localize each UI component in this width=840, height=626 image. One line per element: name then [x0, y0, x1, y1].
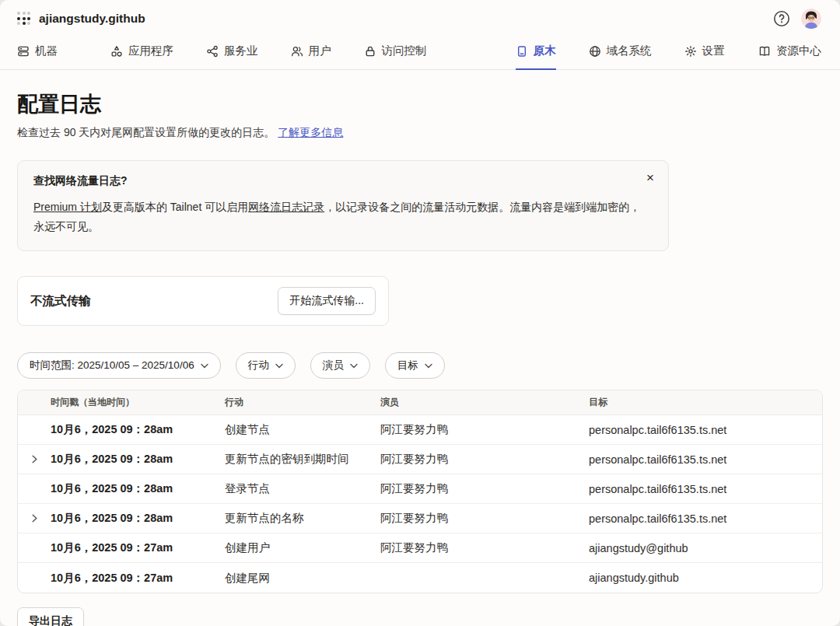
column-header-action: 行动	[225, 396, 380, 409]
cell-action: 创建尾网	[225, 571, 380, 586]
cell-target: ajiangstudy@github	[589, 542, 822, 554]
cell-timestamp: 10月6，2025 09：27am	[51, 571, 225, 586]
cell-target: personalpc.tail6f6135.ts.net	[589, 483, 822, 495]
cell-target: ajiangstudy.github	[589, 572, 822, 584]
page-description: 检查过去 90 天内对尾网配置设置所做的更改的日志。 了解更多信息	[17, 126, 823, 140]
main-content: 配置日志 检查过去 90 天内对尾网配置设置所做的更改的日志。 了解更多信息 查…	[0, 70, 840, 626]
topbar-actions	[773, 9, 821, 29]
globe-icon	[589, 45, 601, 58]
logs-icon	[516, 45, 528, 58]
banner-body: Premium 计划及更高版本的 Tailnet 可以启用网络流日志记录，以记录…	[33, 198, 645, 236]
nav-label: 用户	[309, 44, 331, 58]
cell-action: 创建节点	[225, 422, 380, 437]
network-flow-logs-banner: 查找网络流量日志? × Premium 计划及更高版本的 Tailnet 可以启…	[17, 160, 669, 251]
start-streaming-button[interactable]: 开始流式传输...	[278, 287, 376, 315]
actor-filter-label: 演员	[323, 358, 344, 372]
cell-action: 创建用户	[225, 540, 380, 555]
banner-title: 查找网络流量日志?	[33, 174, 653, 188]
cell-timestamp: 10月6，2025 09：28am	[51, 452, 225, 467]
nav-label: 访问控制	[382, 44, 427, 58]
nav-label: 服务业	[224, 44, 258, 58]
nav-label: 域名系统	[607, 44, 652, 58]
nav-label: 设置	[702, 44, 725, 58]
premium-plan-link[interactable]: Premium 计划	[33, 201, 102, 213]
cell-target: personalpc.tail6f6135.ts.net	[589, 512, 822, 525]
cell-action: 登录节点	[225, 481, 380, 496]
cell-actor: 阿江要努力鸭	[380, 452, 589, 467]
open-book-icon	[758, 45, 771, 58]
nav-tab-machines[interactable]: 机器	[17, 44, 58, 70]
network-flow-logging-link[interactable]: 网络流日志记录	[248, 201, 324, 213]
cell-timestamp: 10月6，2025 09：27am	[51, 540, 225, 555]
nav-label: 资源中心	[776, 44, 821, 58]
table-row: 10月6，2025 09：27am 创建用户 阿江要努力鸭 ajiangstud…	[18, 533, 822, 563]
tailscale-logo-icon	[17, 12, 31, 26]
cell-timestamp: 10月6，2025 09：28am	[51, 481, 225, 496]
lock-icon	[364, 45, 376, 58]
nav-tab-users[interactable]: 用户	[291, 44, 331, 70]
cell-action: 更新节点的密钥到期时间	[225, 452, 380, 467]
page-title: 配置日志	[17, 90, 823, 118]
chevron-down-icon	[350, 363, 358, 369]
action-filter-label: 行动	[248, 358, 269, 372]
expand-row-chevron-icon[interactable]	[32, 455, 37, 463]
nav-tab-access-controls[interactable]: 访问控制	[364, 44, 427, 70]
nav-tab-services[interactable]: 服务业	[206, 44, 258, 70]
gear-icon	[684, 45, 697, 58]
cell-timestamp: 10月6，2025 09：28am	[51, 511, 225, 526]
table-row: 10月6，2025 09：28am 更新节点的密钥到期时间 阿江要努力鸭 per…	[18, 445, 822, 474]
cell-action: 更新节点的名称	[225, 511, 380, 526]
nav-tab-dns[interactable]: 域名系统	[589, 44, 652, 70]
nav-label: 机器	[35, 44, 58, 58]
users-icon	[291, 45, 303, 58]
cell-actor: 阿江要努力鸭	[380, 540, 589, 555]
target-filter-label: 目标	[397, 358, 418, 372]
nav-tab-apps[interactable]: 应用程序	[110, 44, 173, 70]
time-range-filter[interactable]: 时间范围: 2025/10/05 – 2025/10/06	[17, 352, 221, 379]
expand-row-chevron-icon[interactable]	[32, 514, 37, 523]
avatar[interactable]	[801, 9, 821, 29]
main-nav: 机器 应用程序 服务业 用户 访问控制	[0, 31, 840, 70]
streaming-status: 不流式传输	[30, 293, 91, 310]
table-row: 10月6，2025 09：28am 登录节点 阿江要努力鸭 personalpc…	[18, 474, 822, 504]
config-log-table: 时间戳（当地时间） 行动 演员 目标 10月6，2025 09：28am 创建节…	[17, 390, 823, 593]
actor-filter[interactable]: 演员	[310, 352, 370, 379]
page-description-text: 检查过去 90 天内对尾网配置设置所做的更改的日志。	[17, 126, 275, 138]
nav-tab-resource-center[interactable]: 资源中心	[758, 44, 821, 70]
nav-label: 应用程序	[128, 44, 173, 58]
log-filters: 时间范围: 2025/10/05 – 2025/10/06 行动 演员 目标	[17, 352, 823, 379]
apps-icon	[110, 45, 123, 58]
column-header-target: 目标	[589, 396, 822, 409]
org-name[interactable]: ajiangstudy.github	[39, 12, 145, 26]
cell-target: personalpc.tail6f6135.ts.net	[589, 424, 822, 436]
cell-actor: 阿江要努力鸭	[380, 511, 589, 526]
nav-label: 原木	[534, 44, 556, 58]
streaming-status-card: 不流式传输 开始流式传输...	[17, 276, 389, 326]
time-range-filter-label: 时间范围: 2025/10/05 – 2025/10/06	[30, 358, 194, 372]
machines-icon	[17, 45, 30, 58]
services-icon	[206, 45, 219, 58]
close-icon[interactable]: ×	[646, 171, 654, 184]
table-row: 10月6，2025 09：28am 创建节点 阿江要努力鸭 personalpc…	[18, 415, 822, 445]
nav-tab-logs[interactable]: 原木	[516, 44, 556, 70]
learn-more-link[interactable]: 了解更多信息	[278, 126, 343, 138]
chevron-down-icon	[201, 363, 208, 369]
chevron-down-icon	[275, 363, 283, 369]
cell-actor: 阿江要努力鸭	[380, 481, 589, 496]
admin-console-window: ajiangstudy.github	[0, 0, 840, 626]
action-filter[interactable]: 行动	[236, 352, 296, 379]
cell-target: personalpc.tail6f6135.ts.net	[589, 453, 822, 466]
column-header-actor: 演员	[380, 396, 589, 409]
help-icon[interactable]	[773, 10, 790, 27]
table-row: 10月6，2025 09：27am 创建尾网 ajiangstudy.githu…	[18, 563, 822, 593]
target-filter[interactable]: 目标	[385, 352, 445, 379]
column-header-timestamp: 时间戳（当地时间）	[51, 396, 225, 409]
cell-actor: 阿江要努力鸭	[380, 422, 589, 437]
cell-timestamp: 10月6，2025 09：28am	[51, 422, 225, 437]
table-header: 时间戳（当地时间） 行动 演员 目标	[18, 390, 822, 415]
export-logs-button[interactable]: 导出日志	[17, 607, 84, 626]
chevron-down-icon	[425, 363, 432, 369]
nav-tab-settings[interactable]: 设置	[684, 44, 725, 70]
banner-text-1: 及更高版本的 Tailnet 可以启用	[102, 201, 248, 213]
top-bar: ajiangstudy.github	[0, 0, 840, 31]
